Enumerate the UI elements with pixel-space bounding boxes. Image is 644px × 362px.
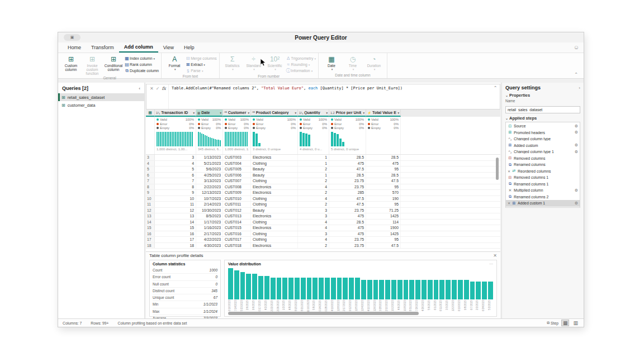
- chart-menu-icon[interactable]: ⋯: [489, 262, 493, 266]
- table-cell[interactable]: 475: [329, 161, 366, 166]
- table-cell[interactable]: 95: [366, 237, 401, 242]
- column-filter-arrow-icon[interactable]: ▾: [363, 111, 364, 115]
- table-cell[interactable]: 475: [366, 161, 401, 166]
- duplicate-column-button[interactable]: ⧉Duplicate column: [124, 68, 159, 74]
- table-cell[interactable]: CUST017: [223, 237, 251, 242]
- tab-view[interactable]: View: [158, 42, 179, 53]
- date-button[interactable]: ▦Date▾: [321, 54, 342, 71]
- table-cell[interactable]: 4: [298, 225, 329, 231]
- table-cell[interactable]: CUST014: [223, 220, 251, 225]
- step-settings-gear-icon[interactable]: ⚙: [575, 188, 578, 193]
- table-cell[interactable]: 4: [298, 196, 329, 202]
- dropdown-arrow-icon[interactable]: ▾: [309, 63, 310, 66]
- table-cell[interactable]: 6: [155, 173, 196, 178]
- table-cell[interactable]: 2: [298, 190, 329, 196]
- applied-step-renamed-columns-2[interactable]: ⧉Renamed columns 2: [506, 194, 580, 201]
- table-cell[interactable]: Electronics: [251, 190, 298, 196]
- applied-step-renamed-columns-1[interactable]: ⧉Renamed columns 1: [506, 181, 580, 188]
- column-header-customer-id[interactable]: ᴬᴮCustomer ID▾: [223, 109, 251, 117]
- table-cell[interactable]: CUST007: [223, 178, 251, 184]
- invoke-custom-function-button[interactable]: ⊞Invoke custom function: [82, 54, 103, 75]
- table-cell[interactable]: 5: [155, 166, 196, 172]
- delete-step-icon[interactable]: ✕: [508, 169, 510, 173]
- step-button[interactable]: ⧉ Step: [547, 321, 558, 325]
- table-cell[interactable]: 28.5: [366, 155, 401, 160]
- schema-view-toggle[interactable]: ▥: [572, 320, 579, 326]
- table-row[interactable]: 16162/17/2023CUST016Clothing34751425: [146, 231, 500, 237]
- table-cell[interactable]: 1900: [366, 225, 401, 231]
- table-row[interactable]: 555/6/2023CUST005Beauty247.595: [146, 166, 500, 173]
- table-cell[interactable]: 23.75: [329, 184, 366, 190]
- applied-step-multiplied-column[interactable]: ✕Multiplied column⚙: [506, 187, 580, 194]
- table-cell[interactable]: 14: [155, 220, 196, 225]
- applied-step-changed-column-type[interactable]: ᴬ₂Changed column type: [506, 136, 580, 142]
- table-cell[interactable]: 8/5/2023: [196, 213, 223, 219]
- step-settings-gear-icon[interactable]: ⚙: [575, 130, 578, 135]
- formula-confirm-icon[interactable]: ✓: [156, 86, 160, 91]
- feedback-smiley-icon[interactable]: ☺: [574, 44, 579, 50]
- dropdown-arrow-icon[interactable]: ▾: [311, 69, 313, 73]
- table-cell[interactable]: 23.75: [329, 243, 366, 249]
- table-row[interactable]: 14141/17/2023CUST014Clothing428.5114: [146, 220, 500, 226]
- table-cell[interactable]: CUST010: [223, 196, 251, 202]
- table-cell[interactable]: Clothing: [251, 161, 298, 166]
- ribbon-collapse-chevron[interactable]: ⌃: [574, 72, 578, 77]
- table-cell[interactable]: 2/14/2023: [196, 202, 223, 207]
- dropdown-arrow-icon[interactable]: ▾: [203, 63, 205, 66]
- column-filter-arrow-icon[interactable]: ▾: [326, 111, 328, 115]
- table-cell[interactable]: 15: [155, 225, 196, 231]
- table-row[interactable]: 882/22/2023CUST008Electronics423.7595: [146, 184, 500, 190]
- table-cell[interactable]: CUST013: [223, 213, 251, 219]
- table-cell[interactable]: 5/21/2023: [196, 161, 223, 166]
- table-cell[interactable]: 1: [298, 173, 329, 178]
- table-cell[interactable]: 8: [155, 184, 196, 190]
- table-cell[interactable]: 47.5: [366, 243, 401, 249]
- step-settings-gear-icon[interactable]: ⚙: [575, 124, 578, 128]
- table-cell[interactable]: 47.5: [366, 178, 401, 184]
- table-cell[interactable]: 1/16/2023: [196, 225, 223, 231]
- table-row[interactable]: 11112/14/2023CUST011Clothing247.595: [146, 202, 500, 208]
- table-cell[interactable]: 1425: [366, 213, 401, 219]
- column-filter-arrow-icon[interactable]: ▾: [295, 111, 296, 115]
- dropdown-arrow-icon[interactable]: ▾: [253, 68, 255, 71]
- table-cell[interactable]: CUST006: [223, 173, 251, 178]
- step-settings-gear-icon[interactable]: ⚙: [575, 143, 578, 147]
- statistics-button[interactable]: ΣStatistics▾: [222, 54, 243, 71]
- properties-section-toggle[interactable]: ⌄Properties: [505, 93, 580, 98]
- rank-column-button[interactable]: ▤Rank column: [124, 61, 159, 68]
- table-cell[interactable]: 71.25: [366, 208, 401, 213]
- table-cell[interactable]: CUST008: [223, 184, 251, 190]
- table-vertical-scrollbar[interactable]: [496, 158, 499, 180]
- table-cell[interactable]: CUST005: [223, 166, 251, 172]
- column-header-price-per-unit_euro[interactable]: 1.2Price per Unit_Euro▾: [329, 109, 366, 117]
- profile-close-icon[interactable]: ✕: [493, 253, 497, 258]
- table-cell[interactable]: 95: [366, 184, 401, 190]
- table-cell[interactable]: CUST016: [223, 231, 251, 237]
- table-row[interactable]: 17174/22/2023CUST017Clothing423.7595: [146, 237, 500, 243]
- table-cell[interactable]: CUST009: [223, 190, 251, 196]
- dropdown-arrow-icon[interactable]: ▾: [314, 57, 316, 60]
- table-cell[interactable]: 475: [329, 231, 366, 237]
- table-cell[interactable]: 4/22/2023: [196, 237, 223, 242]
- applied-step-reordered-columns[interactable]: ✕⇄Reordered columns: [506, 168, 580, 175]
- formula-expand-chevron[interactable]: ⌃: [491, 84, 500, 109]
- table-cell[interactable]: CUST004: [223, 161, 251, 166]
- information-button[interactable]: ⓘInformation▾: [286, 68, 316, 74]
- table-cell[interactable]: 18: [155, 243, 196, 249]
- table-cell[interactable]: 10/30/2023: [196, 208, 223, 213]
- table-cell[interactable]: 1425: [366, 231, 401, 237]
- table-cell[interactable]: 16: [155, 231, 196, 237]
- chart-horizontal-scrollbar[interactable]: [228, 312, 419, 315]
- table-cell[interactable]: CUST011: [223, 202, 251, 207]
- table-cell[interactable]: 2: [298, 166, 329, 172]
- column-filter-arrow-icon[interactable]: ▾: [397, 111, 399, 115]
- table-cell[interactable]: 4: [298, 237, 329, 242]
- table-cell[interactable]: 9: [155, 190, 196, 196]
- table-cell[interactable]: 10: [155, 196, 196, 202]
- table-cell[interactable]: 3: [298, 213, 329, 219]
- query-name-input[interactable]: [505, 106, 580, 113]
- table-cell[interactable]: 4/30/2023: [196, 243, 223, 249]
- scientific-button[interactable]: 10²Scientific▾: [264, 54, 286, 71]
- table-row[interactable]: 331/13/2023CUST003Electronics128.528.5: [146, 155, 500, 161]
- index-column-button[interactable]: ▦Index column▾: [124, 55, 159, 61]
